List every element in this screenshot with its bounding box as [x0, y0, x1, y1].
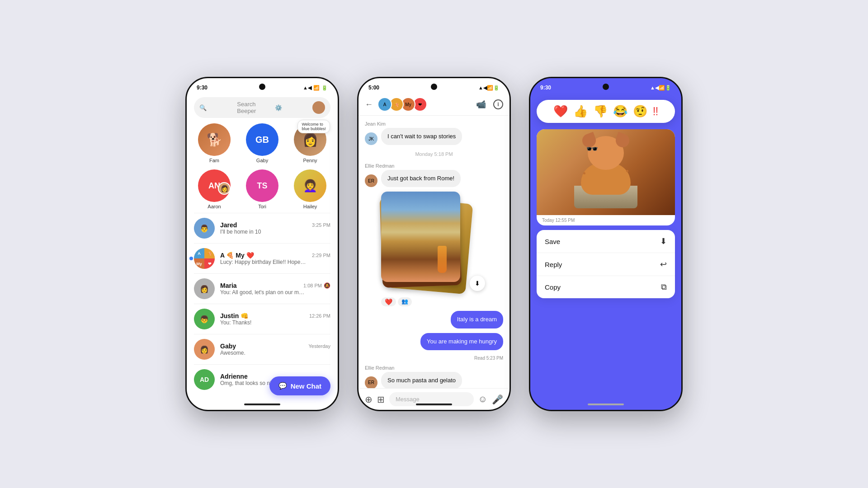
bubble-italy: Italy is a dream — [451, 311, 503, 328]
img-card-main — [381, 192, 460, 282]
timestamp-monday: Monday 5:18 PM — [365, 151, 503, 157]
sender-ellie-1: Ellie Redman — [365, 163, 503, 169]
story-hailey-label: Hailey — [303, 204, 317, 209]
copy-icon: ⧉ — [661, 282, 667, 292]
phone-2: 5:00 ▲◀📶🔋 ← A 🍕 My ❤ 📹 i Jean Kim — [357, 77, 511, 411]
video-call-icon[interactable]: 📹 — [476, 99, 486, 109]
gallery-icon[interactable]: ⊞ — [377, 394, 385, 405]
chat-header-actions: 📹 i — [476, 99, 503, 109]
chat-header: ← A 🍕 My ❤ 📹 i — [359, 94, 509, 116]
save-icon: ⬇ — [660, 236, 667, 246]
story-hailey[interactable]: 👩‍🦱 Hailey — [294, 169, 326, 209]
chat-preview-maria: You: All good, let's plan on our meeting… — [220, 289, 306, 296]
story-tori-initials: TS — [257, 181, 267, 191]
chat-info-gaby2: Gaby Yesterday Awesome. — [220, 343, 330, 356]
mic-icon[interactable]: 🎤 — [492, 394, 503, 405]
story-gaby-initials: GB — [255, 135, 269, 145]
reaction-heart[interactable]: ❤️ — [381, 297, 396, 306]
reaction-thumbsup-btn[interactable]: 👍 — [573, 104, 588, 118]
sender-ellie-2: Ellie Redman — [365, 365, 503, 371]
search-bar[interactable]: 🔍 Search Beeper ⚙️ — [194, 97, 330, 118]
story-fam[interactable]: 🐕 Fam — [198, 123, 231, 163]
welcome-bubble: Welcome toblue bubbles! — [297, 120, 330, 133]
copy-label: Copy — [545, 283, 561, 291]
msg-row-ellie-pasta: ER So much pasta and gelato — [365, 372, 503, 388]
chat-name-maria: Maria — [220, 282, 237, 289]
chat-name-jared: Jared — [220, 221, 237, 229]
plus-icon[interactable]: ⊕ — [365, 394, 373, 405]
chat-name-gaby2: Gaby — [220, 343, 236, 350]
back-button[interactable]: ← — [365, 100, 373, 109]
chat-info-justin: Justin 👊 12:26 PM You: Thanks! — [220, 312, 330, 326]
reply-label: Reply — [545, 261, 562, 268]
notch-3 — [603, 84, 609, 90]
story-fam-label: Fam — [209, 158, 219, 163]
reaction-skeptical-btn[interactable]: 🤨 — [633, 104, 647, 118]
story-penny-label: Penny — [303, 158, 317, 163]
msg-row-hungry: You are making me hungry — [365, 333, 503, 350]
image-stack: ⬇ — [381, 192, 472, 296]
dog-photo-card[interactable]: 🕶️ Today 12:55 PM — [537, 129, 675, 225]
reaction-heart-btn[interactable]: ❤️ — [553, 104, 568, 118]
context-menu: Save ⬇ Reply ↩ Copy ⧉ — [537, 230, 675, 298]
story-gaby-label: Gaby — [256, 158, 268, 163]
image-stack-container[interactable]: ⬇ ❤️ 👥 — [381, 192, 503, 306]
home-indicator-1 — [244, 404, 280, 405]
context-menu-copy[interactable]: Copy ⧉ — [537, 276, 675, 298]
phone-1: 9:30 ▲◀ 📶 🔋 🔍 Search Beeper ⚙️ — [185, 77, 339, 411]
chat-time-gaby2: Yesterday — [308, 343, 330, 349]
chat-item-justin[interactable]: 👦 Justin 👊 12:26 PM You: Thanks! — [187, 304, 338, 334]
msg-row-ellie-rome: ER Just got back from Rome! — [365, 170, 503, 187]
reaction-group[interactable]: 👥 — [398, 297, 412, 306]
profile-avatar[interactable] — [312, 101, 325, 114]
chat-item-jared[interactable]: 👨 Jared 3:25 PM I'll be home in 10 — [187, 213, 338, 243]
home-indicator-2 — [416, 404, 452, 405]
reaction-thumbsdown-btn[interactable]: 👎 — [593, 104, 608, 118]
chat-item-maria[interactable]: 👩 Maria 1:08 PM 🔕 You: All good, let's p… — [187, 274, 338, 304]
chat-name-adrienne: Adrienne — [220, 373, 248, 380]
notch-1 — [259, 84, 265, 90]
chat-bubble-icon: 💬 — [278, 382, 287, 390]
chat-item-gaby2[interactable]: 👩 Gaby Yesterday Awesome. — [187, 334, 338, 364]
chat-time-amy: 2:29 PM — [312, 253, 330, 258]
info-icon[interactable]: i — [493, 99, 503, 109]
photo-timestamp: Today 12:55 PM — [537, 215, 675, 225]
context-menu-reply[interactable]: Reply ↩ — [537, 253, 675, 276]
ellie-avatar-1: ER — [365, 174, 377, 187]
emoji-icon[interactable]: ☺ — [478, 394, 487, 404]
new-chat-button[interactable]: 💬 New Chat — [269, 376, 330, 395]
message-ellie-rome: Ellie Redman ER Just got back from Rome! — [365, 163, 503, 187]
group-avatars: A 🍕 My ❤ — [377, 97, 427, 112]
phone-3: 9:30 ▲◀📶🔋 ❤️ 👍 👎 😂 🤨 ‼️ — [529, 77, 683, 411]
download-button[interactable]: ⬇ — [470, 276, 485, 291]
home-indicator-3 — [588, 404, 624, 405]
jean-avatar: JK — [365, 132, 377, 145]
reactions-bar: ❤️ 👥 — [381, 297, 503, 306]
dog-photo: 🕶️ — [537, 129, 675, 215]
reaction-exclaim-btn[interactable]: ‼️ — [653, 104, 659, 118]
search-placeholder: Search Beeper — [237, 101, 271, 114]
gear-icon[interactable]: ⚙️ — [275, 104, 309, 111]
new-chat-label: New Chat — [291, 382, 321, 390]
chat-time-jared: 3:25 PM — [312, 222, 330, 228]
context-menu-save[interactable]: Save ⬇ — [537, 230, 675, 253]
penny-online-dot — [322, 151, 326, 155]
story-penny[interactable]: 👩 Welcome toblue bubbles! Penny — [294, 123, 326, 163]
bubble-ellie-rome: Just got back from Rome! — [381, 170, 461, 187]
story-tori[interactable]: TS Tori — [246, 169, 278, 209]
story-gaby[interactable]: GB Gaby — [246, 123, 278, 163]
message-ellie-pasta: Ellie Redman ER So much pasta and gelato — [365, 365, 503, 388]
chat-name-amy: A 🍕 My ❤️ — [220, 252, 254, 259]
status-icons-1: ▲◀ 📶 🔋 — [303, 85, 328, 91]
unread-dot-amy — [189, 257, 193, 260]
status-time-1: 9:30 — [197, 84, 208, 91]
story-aaron[interactable]: AN 👩 Aaron — [198, 169, 231, 209]
reaction-laugh-btn[interactable]: 😂 — [613, 104, 627, 118]
chat-preview-jared: I'll be home in 10 — [220, 229, 306, 235]
chat-name-justin: Justin 👊 — [220, 312, 248, 319]
chat-item-amy[interactable]: A 🍕 My ❤ A 🍕 My ❤️ 2:29 PM Lucy: Happy b… — [187, 244, 338, 273]
chat-preview-gaby2: Awesome. — [220, 350, 306, 356]
story-tori-label: Tori — [258, 204, 266, 209]
bubble-jean: I can't wait to swap stories — [381, 128, 462, 145]
chat-info-amy: A 🍕 My ❤️ 2:29 PM Lucy: Happy birthday E… — [220, 252, 330, 265]
